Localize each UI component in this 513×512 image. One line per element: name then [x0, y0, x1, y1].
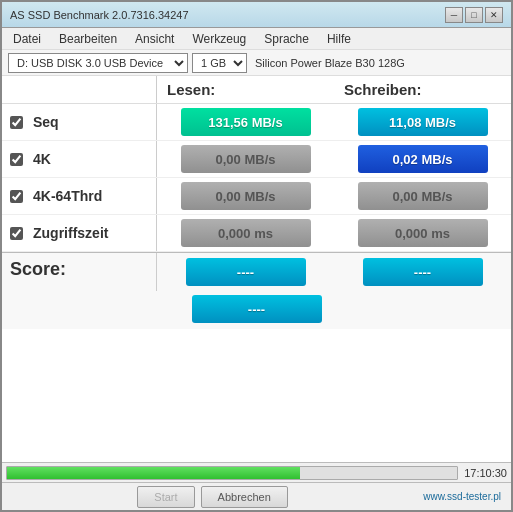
- bottom-bar: Start Abbrechen www.ssd-tester.pl: [2, 482, 511, 510]
- read-value-0: 131,56 MB/s: [181, 108, 311, 136]
- toolbar: D: USB DISK 3.0 USB Device 1 GB Silicon …: [2, 50, 511, 76]
- row-label-3: Zugriffszeit: [2, 215, 157, 251]
- header-empty: [2, 76, 157, 103]
- row-read-val-3: 0,000 ms: [157, 215, 334, 251]
- bench-row-0: Seq 131,56 MB/s 11,08 MB/s: [2, 104, 511, 141]
- benchmark-main: Lesen: Schreiben: Seq 131,56 MB/s 11,08 …: [2, 76, 511, 462]
- maximize-button[interactable]: □: [465, 7, 483, 23]
- menu-werkzeug[interactable]: Werkzeug: [189, 31, 249, 47]
- size-select[interactable]: 1 GB: [192, 53, 247, 73]
- write-value-1: 0,02 MB/s: [358, 145, 488, 173]
- title-bar: AS SSD Benchmark 2.0.7316.34247 ─ □ ✕: [2, 2, 511, 28]
- progress-bar-fill: [7, 467, 300, 479]
- read-value-2: 0,00 MB/s: [181, 182, 311, 210]
- row-read-val-2: 0,00 MB/s: [157, 178, 334, 214]
- row-write-val-0: 11,08 MB/s: [334, 104, 511, 140]
- row-name-1: 4K: [33, 151, 51, 167]
- read-value-3: 0,000 ms: [181, 219, 311, 247]
- cancel-button[interactable]: Abbrechen: [201, 486, 288, 508]
- device-name-label: Silicon Power Blaze B30 128G: [255, 57, 505, 69]
- row-checkbox-1[interactable]: [10, 153, 23, 166]
- menu-bar: Datei Bearbeiten Ansicht Werkzeug Sprach…: [2, 28, 511, 50]
- score-total-value: ----: [192, 295, 322, 323]
- menu-sprache[interactable]: Sprache: [261, 31, 312, 47]
- write-value-0: 11,08 MB/s: [358, 108, 488, 136]
- row-write-val-2: 0,00 MB/s: [334, 178, 511, 214]
- app-window: AS SSD Benchmark 2.0.7316.34247 ─ □ ✕ Da…: [0, 0, 513, 512]
- score-bottom-row: ----: [2, 291, 511, 329]
- app-title: AS SSD Benchmark 2.0.7316.34247: [10, 9, 189, 21]
- menu-ansicht[interactable]: Ansicht: [132, 31, 177, 47]
- bench-row-2: 4K-64Thrd 0,00 MB/s 0,00 MB/s: [2, 178, 511, 215]
- content-area: Lesen: Schreiben: Seq 131,56 MB/s 11,08 …: [2, 76, 511, 462]
- write-value-2: 0,00 MB/s: [358, 182, 488, 210]
- score-label-cell: Score:: [2, 253, 157, 291]
- watermark: www.ssd-tester.pl: [423, 491, 505, 502]
- row-write-val-1: 0,02 MB/s: [334, 141, 511, 177]
- row-label-2: 4K-64Thrd: [2, 178, 157, 214]
- menu-bearbeiten[interactable]: Bearbeiten: [56, 31, 120, 47]
- start-button[interactable]: Start: [137, 486, 194, 508]
- score-read-value: ----: [186, 258, 306, 286]
- row-label-0: Seq: [2, 104, 157, 140]
- device-select[interactable]: D: USB DISK 3.0 USB Device: [8, 53, 188, 73]
- write-col-header: Schreiben:: [334, 76, 511, 103]
- progress-area: 17:10:30: [2, 462, 511, 482]
- read-value-1: 0,00 MB/s: [181, 145, 311, 173]
- row-name-3: Zugriffszeit: [33, 225, 108, 241]
- score-label: Score:: [10, 259, 66, 280]
- score-top-section: Score: ---- ----: [2, 252, 511, 291]
- progress-time: 17:10:30: [464, 467, 507, 479]
- menu-datei[interactable]: Datei: [10, 31, 44, 47]
- write-value-3: 0,000 ms: [358, 219, 488, 247]
- row-checkbox-0[interactable]: [10, 116, 23, 129]
- row-checkbox-2[interactable]: [10, 190, 23, 203]
- read-col-header: Lesen:: [157, 76, 334, 103]
- progress-bar-bg: [6, 466, 458, 480]
- title-controls: ─ □ ✕: [445, 7, 503, 23]
- row-write-val-3: 0,000 ms: [334, 215, 511, 251]
- score-read-cell: ----: [157, 253, 334, 291]
- row-read-val-1: 0,00 MB/s: [157, 141, 334, 177]
- menu-hilfe[interactable]: Hilfe: [324, 31, 354, 47]
- bench-row-3: Zugriffszeit 0,000 ms 0,000 ms: [2, 215, 511, 252]
- minimize-button[interactable]: ─: [445, 7, 463, 23]
- bench-row-1: 4K 0,00 MB/s 0,02 MB/s: [2, 141, 511, 178]
- score-write-cell: ----: [334, 253, 511, 291]
- row-label-1: 4K: [2, 141, 157, 177]
- score-write-value: ----: [363, 258, 483, 286]
- row-checkbox-3[interactable]: [10, 227, 23, 240]
- row-name-2: 4K-64Thrd: [33, 188, 102, 204]
- row-read-val-0: 131,56 MB/s: [157, 104, 334, 140]
- row-name-0: Seq: [33, 114, 59, 130]
- close-button[interactable]: ✕: [485, 7, 503, 23]
